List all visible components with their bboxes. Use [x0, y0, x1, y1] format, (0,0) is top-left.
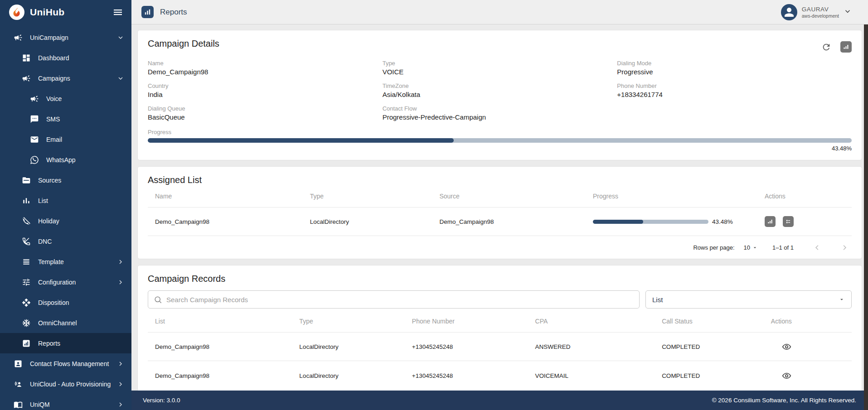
- sidebar-item-holiday[interactable]: Holiday: [0, 211, 131, 231]
- chevron-right-icon: [117, 360, 124, 367]
- cell-type: LocalDirectory: [292, 343, 404, 350]
- column-header-name: Name: [148, 193, 303, 200]
- sidebar-item-label: Dashboard: [38, 54, 69, 62]
- cell-actions: [757, 216, 852, 227]
- megaphone-icon: [14, 33, 23, 42]
- sidebar-item-sources[interactable]: Sources: [0, 170, 131, 190]
- campaign-analytics-button[interactable]: [840, 41, 852, 53]
- field-value: VOICE: [383, 68, 617, 76]
- sidebar-item-configuration[interactable]: Configuration: [0, 272, 131, 292]
- record-type-value: List: [652, 296, 663, 304]
- vertical-scrollbar[interactable]: [864, 24, 868, 410]
- sidebar-item-label: UniQM: [30, 401, 50, 408]
- sidebar: UniHub UniCampaign Dashboard Campaigns V…: [0, 0, 131, 410]
- folder-icon: [22, 176, 31, 185]
- column-header-list: List: [148, 318, 292, 325]
- field-label: Dialing Mode: [617, 60, 852, 67]
- copyright-text: © 2026 Consilium Software, Inc. All Righ…: [712, 397, 856, 404]
- view-record-button[interactable]: [771, 342, 791, 352]
- move-icon: [22, 298, 31, 307]
- sidebar-item-label: Sources: [38, 177, 61, 184]
- sidebar-item-email[interactable]: Email: [0, 129, 131, 150]
- record-type-select[interactable]: List: [645, 290, 852, 309]
- sidebar-item-reports[interactable]: Reports: [0, 333, 131, 353]
- field-dialing-mode: Dialing Mode Progressive: [617, 60, 852, 76]
- field-label: Country: [148, 82, 383, 89]
- row-analytics-button[interactable]: [765, 216, 776, 227]
- sidebar-item-label: Disposition: [38, 299, 69, 306]
- refresh-button[interactable]: [821, 42, 831, 52]
- sidebar-item-whatsapp[interactable]: WhatsApp: [0, 150, 131, 170]
- campaign-progress-percent: 43.48%: [148, 145, 852, 152]
- sidebar-item-dashboard[interactable]: Dashboard: [0, 48, 131, 68]
- assigned-list-card: Assigned List Name Type Source Progress …: [137, 166, 862, 259]
- chevron-right-icon: [117, 258, 124, 265]
- row-progress-percent: 43.48%: [712, 218, 733, 225]
- sidebar-item-voice[interactable]: Voice: [0, 88, 131, 109]
- snowflake-icon: [22, 318, 31, 328]
- eye-icon: [782, 371, 791, 381]
- sidebar-item-label: Voice: [46, 95, 62, 102]
- search-input[interactable]: [166, 296, 634, 304]
- field-value: Demo_Campaign98: [148, 68, 383, 76]
- rows-per-page-label: Rows per page:: [693, 244, 734, 251]
- hamburger-menu-icon[interactable]: [112, 7, 123, 18]
- cell-list: Demo_Campaign98: [148, 372, 292, 379]
- sidebar-item-uniqm[interactable]: UniQM: [0, 394, 131, 410]
- sidebar-item-dnc[interactable]: DNC: [0, 231, 131, 251]
- field-name: Name Demo_Campaign98: [148, 60, 383, 76]
- field-label: TimeZone: [383, 82, 617, 89]
- table-row: Demo_Campaign98 LocalDirectory Demo_Camp…: [148, 207, 852, 236]
- field-label: Contact Flow: [383, 105, 617, 112]
- user-name: GAURAV: [802, 6, 839, 13]
- sidebar-item-omnichannel[interactable]: OmniChannel: [0, 313, 131, 333]
- sidebar-item-template[interactable]: Template: [0, 251, 131, 272]
- rows-per-page-select[interactable]: 10: [744, 244, 758, 251]
- caret-down-icon: [839, 296, 845, 303]
- contact-card-icon: [14, 359, 23, 368]
- field-type: Type VOICE: [383, 60, 617, 76]
- field-label: Dialing Queue: [148, 105, 383, 112]
- view-record-button[interactable]: [771, 371, 791, 381]
- sidebar-item-campaigns[interactable]: Campaigns: [0, 68, 131, 88]
- sidebar-item-disposition[interactable]: Disposition: [0, 292, 131, 313]
- sidebar-item-label: UniCampaign: [30, 34, 68, 41]
- topbar: Reports GAURAV aws-development: [131, 0, 868, 24]
- column-header-cpa: CPA: [528, 318, 655, 325]
- progress-label: Progress: [148, 129, 852, 135]
- column-header-phone-number: Phone Number: [405, 318, 528, 325]
- campaign-details-card: Campaign Details Name Demo_Campaign98 Ty…: [137, 30, 862, 160]
- user-menu[interactable]: GAURAV aws-development: [781, 4, 852, 20]
- main-content: Campaign Details Name Demo_Campaign98 Ty…: [131, 24, 868, 410]
- next-page-button[interactable]: [840, 243, 849, 252]
- field-country: Country India: [148, 82, 383, 98]
- column-header-actions: Actions: [757, 193, 852, 200]
- sidebar-item-contact-flows-management[interactable]: Contact Flows Management: [0, 353, 131, 374]
- cell-call-status: COMPLETED: [655, 343, 764, 350]
- sidebar-item-unicampaign[interactable]: UniCampaign: [0, 27, 131, 48]
- footer: Version: 3.0.0 © 2026 Consilium Software…: [131, 391, 868, 410]
- assigned-list-header-row: Name Type Source Progress Actions: [148, 185, 852, 207]
- cell-actions: [764, 342, 852, 352]
- sidebar-header: UniHub: [0, 0, 131, 24]
- sidebar-item-label: Contact Flows Management: [30, 360, 109, 367]
- field-contact-flow: Contact Flow Progressive-Predective-Camp…: [383, 105, 617, 121]
- page-title: Reports: [160, 8, 187, 17]
- sidebar-item-label: SMS: [46, 116, 60, 123]
- row-summary-button[interactable]: [783, 216, 794, 227]
- search-icon: [154, 295, 162, 304]
- previous-page-button[interactable]: [813, 243, 821, 252]
- column-header-source: Source: [432, 193, 586, 200]
- phone-off-icon: [22, 237, 31, 246]
- cell-cpa: ANSWERED: [528, 343, 655, 350]
- sidebar-item-unicloud-auto-provisioning[interactable]: UniCloud - Auto Provisioning: [0, 374, 131, 394]
- sidebar-item-sms[interactable]: SMS: [0, 109, 131, 129]
- campaign-records-header-row: List Type Phone Number CPA Call Status A…: [148, 310, 852, 332]
- field-value: Progressive-Predective-Campaign: [383, 113, 617, 121]
- sidebar-item-label: Holiday: [38, 217, 59, 225]
- campaign-records-title: Campaign Records: [148, 274, 225, 284]
- sidebar-item-label: Template: [38, 258, 64, 265]
- field-label: Type: [383, 60, 617, 67]
- sidebar-item-list[interactable]: List: [0, 190, 131, 211]
- campaign-progress-bar: [148, 138, 852, 143]
